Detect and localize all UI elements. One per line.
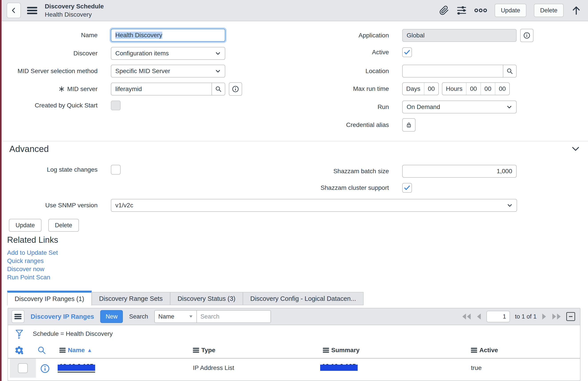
field-row-location: Location [294,65,517,77]
log-state-checkbox[interactable] [111,165,121,174]
delete-button-footer[interactable]: Delete [48,219,79,232]
related-link-discover-now[interactable]: Discover now [7,265,58,273]
page-title: Discovery Schedule Health Discovery [45,2,104,19]
column-header-summary-label[interactable]: Summary [331,347,360,354]
row-select-checkbox[interactable] [18,363,28,373]
location-input[interactable] [403,65,503,77]
update-button-header[interactable]: Update [495,4,526,17]
list-toolbar: Discovery IP Ranges New Search Name to 1… [8,308,580,325]
related-link-run-point-scan[interactable]: Run Point Scan [7,273,58,281]
search-field-select[interactable]: Name [155,311,196,323]
days-input[interactable]: 00 [424,83,438,95]
form-context-menu-button[interactable] [27,6,37,14]
sliders-icon [457,5,467,16]
filter-funnel-button[interactable] [15,329,24,339]
column-header-type[interactable]: Type [193,347,215,354]
shazzam-cluster-checkbox[interactable] [402,183,412,193]
related-link-quick-ranges[interactable]: Quick ranges [7,257,58,265]
paperclip-icon [439,5,449,15]
chevron-down-icon [507,202,513,208]
row-type-cell: IP Address List [193,364,234,371]
application-input: Global [402,29,517,42]
column-header-summary[interactable]: Summary [323,347,360,354]
hours-input[interactable]: 00 [466,83,481,95]
discover-select[interactable]: Configuration items [111,47,225,60]
new-record-button[interactable]: New [100,310,123,323]
location-reference-group [402,65,517,77]
column-header-name-label[interactable]: Name [68,347,85,354]
filter-breadcrumb[interactable]: Schedule = Health Discovery [33,330,113,337]
location-lookup-button[interactable] [503,65,516,77]
column-menu-icon [323,348,329,353]
personalize-list-button[interactable] [14,345,24,355]
shazzam-batch-input[interactable]: 1,000 [402,165,517,178]
column-menu-icon [193,348,199,353]
name-input[interactable]: Health Discovery [111,29,225,42]
scroll-to-top-button[interactable] [571,5,581,16]
more-options-button[interactable] [474,8,487,13]
next-page-button[interactable] [542,313,547,320]
chevron-left-icon [10,7,17,14]
list-column-search-button[interactable] [37,346,46,355]
minimize-list-button[interactable] [566,312,575,321]
field-row-mid-method: MID Server selection method Specific MID… [0,65,225,77]
row-select-cell [10,359,36,378]
tab-discovery-status[interactable]: Discovery Status (3) [170,292,243,305]
advanced-collapse-toggle[interactable] [571,144,580,153]
field-row-quick-start: Created by Quick Start [0,101,121,110]
column-header-active[interactable]: Active [471,347,498,354]
related-link-add-to-update-set[interactable]: Add to Update Set [7,248,58,257]
required-asterisk-icon [59,86,64,92]
delete-button-header[interactable]: Delete [534,4,564,17]
previous-page-button[interactable] [476,313,482,320]
row-preview-button[interactable] [40,363,50,374]
advanced-section-title: Advanced [9,144,49,154]
active-checkbox[interactable] [402,47,412,57]
list-context-menu-button[interactable] [12,310,24,323]
tab-discovery-config[interactable]: Discovery Config - Logical Datacen... [243,292,364,305]
attachment-button[interactable] [439,5,449,15]
update-button-footer[interactable]: Update [9,219,42,232]
section-divider [0,141,588,142]
field-row-credential-alias: Credential alias [294,118,416,132]
row-active-cell: true [471,364,482,371]
first-page-button[interactable] [462,313,471,320]
hamburger-icon [27,6,37,14]
seconds-input[interactable]: 00 [495,83,509,95]
row-name-link[interactable]: 10.10.0.105 [58,362,95,373]
table-row: 10.10.0.105 IP Address List 10.10.0.105 … [8,359,580,381]
run-label: Run [294,103,389,111]
last-page-button[interactable] [552,313,561,320]
snmp-select[interactable]: v1/v2c [111,199,517,212]
tab-discovery-range-sets[interactable]: Discovery Range Sets [92,292,170,305]
page-number-input[interactable] [486,311,510,322]
field-row-shazzam-cluster: Shazzam cluster support [294,183,412,193]
column-header-name[interactable]: Name ▲ [60,347,92,354]
mid-server-lookup-button[interactable] [211,83,225,95]
tab-discovery-ip-ranges[interactable]: Discovery IP Ranges (1) [7,291,92,306]
quick-start-checkbox[interactable] [111,101,121,110]
back-button[interactable] [7,3,21,18]
mid-method-select[interactable]: Specific MID Server [111,65,225,77]
list-header-row: Name ▲ Type Summary Active [8,343,580,358]
form-footer-actions: Update Delete [9,219,85,232]
chevron-down-icon [571,144,580,153]
minutes-input[interactable]: 00 [481,83,495,95]
personalize-form-button[interactable] [457,5,467,16]
column-header-type-label[interactable]: Type [201,347,215,354]
column-header-active-label[interactable]: Active [479,347,498,354]
log-state-label: Log state changes [0,166,98,173]
mid-method-value: Specific MID Server [115,68,170,75]
checkmark-icon [403,184,411,191]
application-info-button[interactable] [520,29,533,42]
list-title-link[interactable]: Discovery IP Ranges [31,313,94,320]
search-icon [37,346,46,355]
redacted-summary-value: 10.10.0.105 [320,362,358,372]
list-search-input[interactable] [196,311,271,323]
field-row-run: Run On Demand [294,101,517,114]
credential-alias-button[interactable] [402,118,416,132]
application-label: Application [294,32,389,39]
run-select[interactable]: On Demand [402,101,517,114]
mid-server-input[interactable]: liferaymid [111,83,211,95]
mid-server-info-button[interactable] [229,82,242,96]
